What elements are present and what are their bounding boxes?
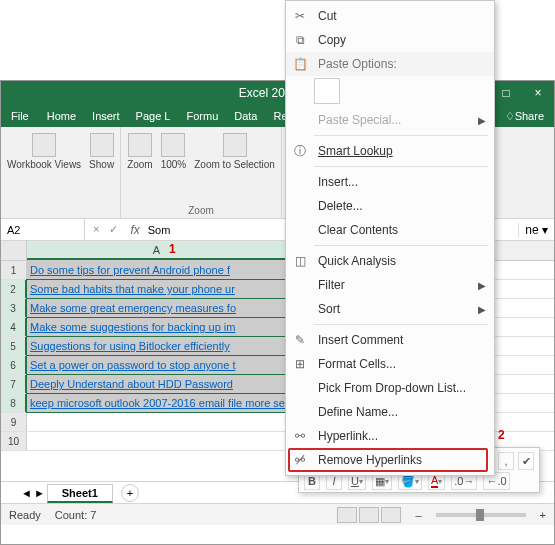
- annotation-1: 1: [169, 242, 176, 256]
- row-header[interactable]: 2: [1, 280, 27, 298]
- cell[interactable]: Make some great emergency measures fo: [27, 299, 287, 317]
- tab-page-layout[interactable]: Page L: [128, 105, 179, 127]
- status-ready: Ready: [9, 509, 41, 521]
- cell[interactable]: Some bad habits that make your phone ur: [27, 280, 287, 298]
- cell[interactable]: keep microsoft outlook 2007-2016 email f…: [27, 394, 287, 412]
- zoom-100-icon: [161, 133, 185, 157]
- zoom-in-button[interactable]: +: [540, 509, 546, 521]
- paste-icon: 📋: [290, 55, 310, 73]
- row-header[interactable]: 8: [1, 394, 27, 412]
- paste-option-button[interactable]: [314, 78, 340, 104]
- zoom-icon: [128, 133, 152, 157]
- ctx-pick-from-list[interactable]: Pick From Drop-down List...: [286, 376, 494, 400]
- zoom-button[interactable]: Zoom: [127, 131, 153, 170]
- ctx-cut[interactable]: ✂Cut: [286, 4, 494, 28]
- share-button[interactable]: ♢ Share: [497, 105, 554, 127]
- format-painter-button[interactable]: ✔: [518, 452, 534, 470]
- comment-icon: ✎: [290, 331, 310, 349]
- show-icon: [90, 133, 114, 157]
- row-header[interactable]: 4: [1, 318, 27, 336]
- select-all-corner[interactable]: [1, 241, 27, 260]
- row-header[interactable]: 1: [1, 261, 27, 279]
- tab-file[interactable]: File: [1, 105, 39, 127]
- hyperlink-icon: ⚯: [290, 427, 310, 445]
- ctx-sort[interactable]: Sort▶: [286, 297, 494, 321]
- zoom-100-button[interactable]: 100%: [161, 131, 187, 170]
- ctx-copy[interactable]: ⧉Copy: [286, 28, 494, 52]
- ctx-format-cells[interactable]: ⊞Format Cells...: [286, 352, 494, 376]
- new-sheet-button[interactable]: +: [121, 484, 139, 502]
- zoom-selection-icon: [223, 133, 247, 157]
- ctx-clear-contents[interactable]: Clear Contents: [286, 218, 494, 242]
- normal-view-button[interactable]: [337, 507, 357, 523]
- name-dropdown[interactable]: ne ▾: [518, 223, 554, 237]
- cell[interactable]: [27, 432, 287, 450]
- context-menu: ✂Cut ⧉Copy 📋Paste Options: Paste Special…: [285, 0, 495, 476]
- ctx-delete[interactable]: Delete...: [286, 194, 494, 218]
- page-layout-view-button[interactable]: [359, 507, 379, 523]
- annotation-2: 2: [498, 428, 505, 442]
- view-buttons: [337, 507, 401, 523]
- row-header[interactable]: 7: [1, 375, 27, 393]
- cut-icon: ✂: [290, 7, 310, 25]
- close-button[interactable]: ×: [522, 86, 554, 100]
- ctx-define-name[interactable]: Define Name...: [286, 400, 494, 424]
- cell[interactable]: [27, 413, 287, 431]
- ctx-filter[interactable]: Filter▶: [286, 273, 494, 297]
- cell[interactable]: Deeply Understand about HDD Password: [27, 375, 287, 393]
- zoom-selection-button[interactable]: Zoom to Selection: [194, 131, 275, 170]
- status-count: Count: 7: [55, 509, 97, 521]
- cell[interactable]: Do some tips for prevent Android phone f: [27, 261, 287, 279]
- workbook-views-icon: [32, 133, 56, 157]
- zoom-slider[interactable]: [436, 513, 526, 517]
- name-box[interactable]: A2: [1, 219, 85, 240]
- ctx-paste-special[interactable]: Paste Special...▶: [286, 108, 494, 132]
- col-header-a[interactable]: 1 A: [27, 241, 287, 260]
- remove-hyperlink-icon: ⚯̸: [290, 451, 310, 469]
- copy-icon: ⧉: [290, 31, 310, 49]
- status-bar: Ready Count: 7 – +: [1, 503, 554, 525]
- zoom-out-button[interactable]: –: [415, 509, 421, 521]
- cancel-formula-icon[interactable]: ×: [93, 223, 99, 236]
- row-header[interactable]: 5: [1, 337, 27, 355]
- row-header[interactable]: 10: [1, 432, 27, 450]
- smart-lookup-icon: ⓘ: [290, 142, 310, 160]
- show-button[interactable]: Show: [89, 131, 114, 170]
- fx-icon[interactable]: fx: [126, 223, 143, 237]
- quick-analysis-icon: ◫: [290, 252, 310, 270]
- ctx-hyperlink[interactable]: ⚯Hyperlink...: [286, 424, 494, 448]
- ctx-quick-analysis[interactable]: ◫Quick Analysis: [286, 249, 494, 273]
- cell[interactable]: Make some suggestions for backing up im: [27, 318, 287, 336]
- sheet-nav-next-icon[interactable]: ►: [34, 487, 45, 499]
- ribbon-group-zoom: Zoom: [188, 203, 214, 216]
- ctx-insert-comment[interactable]: ✎Insert Comment: [286, 328, 494, 352]
- tab-formulas[interactable]: Formu: [178, 105, 226, 127]
- sheet-nav-prev-icon[interactable]: ◄: [21, 487, 32, 499]
- sheet-tab-sheet1[interactable]: Sheet1: [47, 484, 113, 503]
- tab-data[interactable]: Data: [226, 105, 265, 127]
- cell[interactable]: Suggestions for using Bitlocker efficien…: [27, 337, 287, 355]
- row-header[interactable]: 3: [1, 299, 27, 317]
- row-header[interactable]: 6: [1, 356, 27, 374]
- ctx-remove-hyperlinks[interactable]: ⚯̸Remove Hyperlinks: [286, 448, 494, 472]
- format-cells-icon: ⊞: [290, 355, 310, 373]
- row-header[interactable]: 9: [1, 413, 27, 431]
- tab-insert[interactable]: Insert: [84, 105, 128, 127]
- cell[interactable]: Set a power on password to stop anyone t: [27, 356, 287, 374]
- comma-style-button[interactable]: ,: [498, 452, 514, 470]
- workbook-views-button[interactable]: Workbook Views: [7, 131, 81, 170]
- page-break-view-button[interactable]: [381, 507, 401, 523]
- ctx-paste-options-header: 📋Paste Options:: [286, 52, 494, 76]
- ctx-insert[interactable]: Insert...: [286, 170, 494, 194]
- tab-home[interactable]: Home: [39, 105, 84, 127]
- enter-formula-icon[interactable]: ✓: [109, 223, 118, 236]
- ctx-smart-lookup[interactable]: ⓘSmart Lookup: [286, 139, 494, 163]
